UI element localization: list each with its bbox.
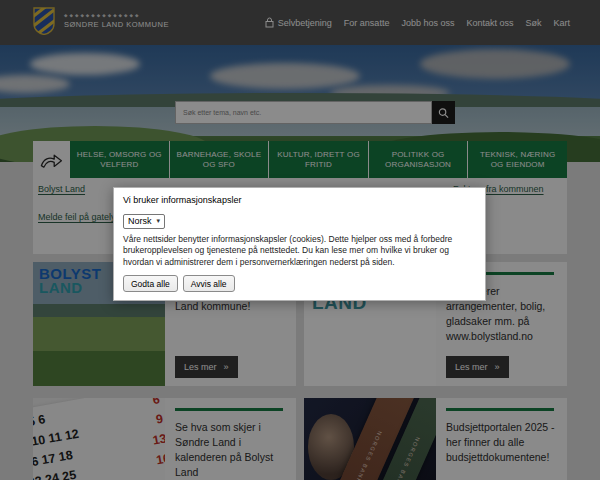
cookie-consent-dialog: Vi bruker informasjonskapsler Norsk ▾ Vå… (113, 187, 486, 301)
language-selected: Norsk (128, 216, 152, 226)
reject-all-button[interactable]: Avvis alle (183, 275, 235, 292)
cookie-dialog-buttons: Godta alle Avvis alle (123, 275, 476, 292)
chevron-down-icon: ▾ (157, 217, 161, 225)
page: ◆◆◆◆◆◆◆◆◆◆◆◆◆◆ SØNDRE LAND KOMMUNE Selvb… (0, 0, 600, 480)
language-select[interactable]: Norsk ▾ (123, 214, 165, 229)
cookie-dialog-title: Vi bruker informasjonskapsler (123, 195, 476, 205)
cookie-dialog-body: Våre nettsider benytter informasjonskaps… (123, 234, 478, 269)
accept-all-button[interactable]: Godta alle (123, 275, 178, 292)
